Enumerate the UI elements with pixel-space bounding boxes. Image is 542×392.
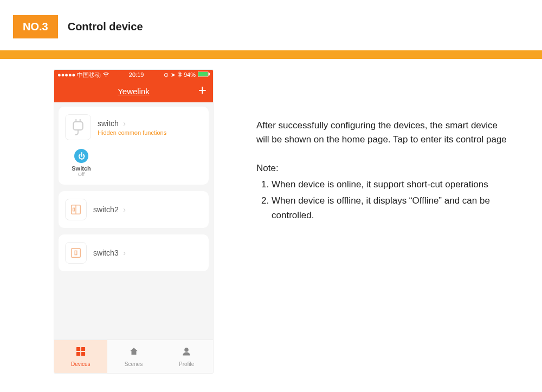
- svg-point-15: [184, 348, 189, 352]
- section-tag: NO.3: [13, 15, 58, 38]
- chevron-right-icon: ›: [123, 119, 126, 128]
- chevron-right-icon: ›: [123, 205, 126, 214]
- chevron-right-icon: ›: [123, 249, 126, 257]
- tab-devices[interactable]: Devices: [54, 340, 107, 373]
- device-list: switch › Hidden common functions ⏻ Switc…: [54, 102, 213, 339]
- divider-bar: [0, 50, 542, 59]
- note-heading: Note:: [256, 161, 511, 175]
- shortcut-state: Off: [65, 172, 98, 177]
- note-item: When device is offline, it displays “Off…: [272, 194, 511, 223]
- phone-mockup: ●●●●● 中国移动 20:19 ⊙ ➤ 94% Yewelink +: [54, 70, 213, 373]
- svg-rect-9: [72, 249, 81, 258]
- app-title[interactable]: Yewelink: [118, 87, 150, 96]
- section-header: NO.3 Control device: [0, 0, 542, 38]
- section-title: Control device: [68, 21, 143, 33]
- svg-rect-14: [81, 351, 85, 355]
- intro-paragraph: After successfully configuring the devic…: [256, 119, 511, 147]
- plug-icon: [65, 114, 91, 140]
- tab-label: Profile: [179, 361, 194, 367]
- switch-icon: [65, 242, 87, 264]
- svg-rect-8: [73, 208, 75, 211]
- svg-rect-13: [76, 351, 80, 355]
- switch-icon: [65, 199, 87, 220]
- home-icon: [129, 347, 139, 359]
- battery-icon: [198, 71, 210, 78]
- status-bar: ●●●●● 中国移动 20:19 ⊙ ➤ 94%: [54, 70, 213, 80]
- carrier-text: ●●●●● 中国移动: [57, 71, 101, 79]
- description-column: After successfully configuring the devic…: [256, 70, 511, 373]
- device-name: switch2: [93, 205, 119, 214]
- svg-rect-12: [81, 347, 85, 350]
- wifi-icon: [103, 71, 109, 78]
- tab-label: Scenes: [125, 361, 143, 367]
- grid-icon: [76, 347, 86, 359]
- note-list: When device is online, it support short-…: [272, 178, 511, 223]
- svg-rect-2: [209, 73, 210, 76]
- power-icon[interactable]: ⏻: [74, 149, 88, 163]
- device-name: switch: [98, 119, 119, 128]
- svg-rect-10: [75, 251, 77, 254]
- device-card[interactable]: switch2 ›: [59, 191, 209, 228]
- app-header: Yewelink +: [54, 80, 213, 102]
- battery-text: 94%: [184, 71, 196, 78]
- add-device-button[interactable]: +: [198, 82, 207, 99]
- clock-text: 20:19: [129, 71, 144, 78]
- device-card[interactable]: switch › Hidden common functions ⏻ Switc…: [59, 107, 209, 185]
- profile-icon: [182, 347, 191, 359]
- location-icon: ➤: [171, 71, 176, 79]
- shortcut-toggle[interactable]: ⏻ Switch Off: [65, 149, 98, 177]
- svg-rect-1: [198, 72, 208, 76]
- tab-profile[interactable]: Profile: [160, 340, 213, 373]
- bluetooth-icon: [178, 71, 182, 79]
- svg-rect-11: [76, 347, 80, 350]
- tab-bar: Devices Scenes Profile: [54, 339, 213, 373]
- tab-label: Devices: [71, 361, 91, 367]
- shortcut-label: Switch: [65, 165, 98, 172]
- note-item: When device is online, it support short-…: [272, 178, 511, 192]
- alarm-icon: ⊙: [164, 71, 169, 79]
- hidden-functions-link[interactable]: Hidden common functions: [98, 129, 166, 136]
- tab-scenes[interactable]: Scenes: [107, 340, 160, 373]
- device-name: switch3: [93, 249, 119, 257]
- svg-rect-3: [73, 122, 83, 130]
- device-card[interactable]: switch3 ›: [59, 234, 209, 271]
